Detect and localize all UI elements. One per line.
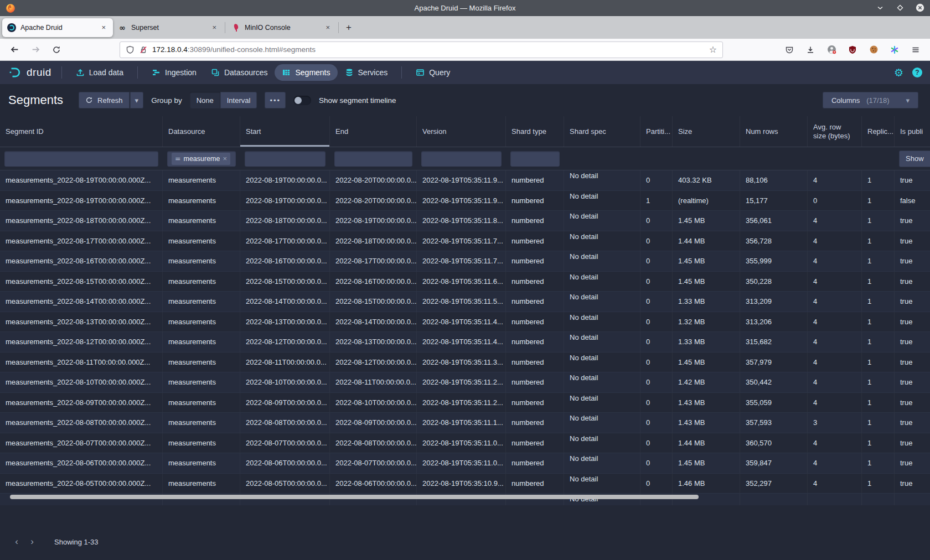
column-header-num_rows[interactable]: Num rows <box>740 116 808 147</box>
datasource-filter-tag[interactable]: =measureme× <box>172 153 230 165</box>
columns-button[interactable]: Columns (17/18) ▾ <box>823 92 918 108</box>
table-row[interactable]: measurements_2022-08-19T00:00:00.000Z...… <box>0 170 930 191</box>
cell-partition: 0 <box>640 272 673 292</box>
browser-tab[interactable]: ∞Superset× <box>113 18 224 37</box>
cell-num_rows: 359,847 <box>740 453 808 473</box>
cell-version: 2022-08-19T05:35:11.7... <box>417 231 506 251</box>
horizontal-scrollbar[interactable] <box>10 495 699 499</box>
asterisk-extension-icon[interactable] <box>886 42 903 58</box>
filter-input-datasource[interactable]: =measureme× <box>167 151 236 167</box>
table-row[interactable]: measurements_2022-08-07T00:00:00.000Z...… <box>0 433 930 454</box>
filter-input-version[interactable] <box>421 151 502 167</box>
column-header-partition[interactable]: Partiti... <box>640 116 673 147</box>
table-row[interactable]: measurements_2022-08-10T00:00:00.000Z...… <box>0 372 930 393</box>
close-tab-icon[interactable]: × <box>323 22 332 33</box>
cell-shard_spec: No detail <box>564 170 640 190</box>
table-row[interactable]: measurements_2022-08-17T00:00:00.000Z...… <box>0 231 930 252</box>
column-header-shard_spec[interactable]: Shard spec <box>564 116 640 147</box>
segment-timeline-toggle[interactable] <box>293 96 311 105</box>
previous-page-button[interactable]: ‹ <box>9 534 24 549</box>
nav-item-datasources[interactable]: Datasources <box>204 64 275 81</box>
group-by-interval-button[interactable]: Interval <box>220 92 257 108</box>
nav-item-load-data[interactable]: Load data <box>69 64 131 81</box>
help-icon[interactable]: ? <box>912 68 922 77</box>
table-row[interactable]: measurements_2022-08-18T00:00:00.000Z...… <box>0 211 930 231</box>
column-header-size[interactable]: Size <box>673 116 740 147</box>
column-header-version[interactable]: Version <box>417 116 506 147</box>
filter-input-start[interactable] <box>245 151 326 167</box>
column-header-id[interactable]: Segment ID <box>0 116 163 147</box>
table-row[interactable]: measurements_2022-08-08T00:00:00.000Z...… <box>0 413 930 433</box>
filter-input-shard_type[interactable] <box>510 151 560 167</box>
refresh-button[interactable]: Refresh <box>79 92 130 108</box>
downloads-icon[interactable] <box>802 42 819 58</box>
new-tab-button[interactable]: + <box>340 19 358 37</box>
nav-item-ingestion[interactable]: Ingestion <box>144 64 204 81</box>
back-button[interactable] <box>6 42 23 58</box>
browser-toolbar: 172.18.0.4:30899/unified-console.html#se… <box>0 39 930 61</box>
group-by-none-button[interactable]: None <box>190 92 220 108</box>
filter-input-end[interactable] <box>334 151 412 167</box>
table-row[interactable]: measurements_2022-08-12T00:00:00.000Z...… <box>0 332 930 352</box>
close-tab-icon[interactable]: × <box>99 22 108 33</box>
table-row[interactable]: measurements_2022-08-14T00:00:00.000Z...… <box>0 292 930 312</box>
cell-version: 2022-08-19T05:35:10.9... <box>417 474 506 494</box>
more-options-button[interactable]: ••• <box>265 92 286 108</box>
filter-input-id[interactable] <box>4 151 158 167</box>
table-row[interactable]: measurements_2022-08-11T00:00:00.000Z...… <box>0 352 930 373</box>
column-header-shard_type[interactable]: Shard type <box>506 116 564 147</box>
ublock-origin-icon[interactable] <box>844 42 861 58</box>
refresh-icon <box>85 96 93 104</box>
insecure-lock-icon[interactable] <box>139 45 148 54</box>
column-header-replicas[interactable]: Replic... <box>862 116 895 147</box>
table-row[interactable]: measurements_2022-08-19T00:00:00.000Z...… <box>0 191 930 211</box>
close-tab-icon[interactable]: × <box>210 22 219 33</box>
url-bar[interactable]: 172.18.0.4:30899/unified-console.html#se… <box>120 42 723 58</box>
refresh-dropdown-button[interactable]: ▾ <box>130 92 144 108</box>
column-header-avg_row_size[interactable]: Avg. row size (bytes) <box>808 116 862 147</box>
remove-filter-icon[interactable]: × <box>223 154 227 163</box>
column-header-datasource[interactable]: Datasource <box>163 116 240 147</box>
cell-size: (realtime) <box>673 191 740 211</box>
columns-count: (17/18) <box>866 96 889 105</box>
cell-replicas: 1 <box>862 231 895 251</box>
minimize-button[interactable] <box>876 3 885 12</box>
nav-item-segments[interactable]: Segments <box>275 64 337 81</box>
table-row[interactable]: measurements_2022-08-09T00:00:00.000Z...… <box>0 393 930 413</box>
cookie-extension-icon[interactable] <box>865 42 882 58</box>
column-header-end[interactable]: End <box>330 116 417 147</box>
reload-button[interactable] <box>48 42 65 58</box>
next-page-button[interactable]: › <box>24 534 40 549</box>
table-row[interactable]: measurements_2022-08-15T00:00:00.000Z...… <box>0 272 930 292</box>
table-row[interactable]: measurements_2022-08-16T00:00:00.000Z...… <box>0 251 930 272</box>
browser-tab[interactable]: MinIO Console× <box>226 18 337 37</box>
tab-title: Superset <box>131 24 210 32</box>
column-header-is_published[interactable]: Is publi <box>895 116 930 147</box>
cell-version: 2022-08-19T05:35:11.3... <box>417 352 506 372</box>
url-text[interactable]: 172.18.0.4:30899/unified-console.html#se… <box>152 45 705 54</box>
cell-id: measurements_2022-08-16T00:00:00.000Z... <box>0 251 163 271</box>
browser-tab[interactable]: Apache Druid× <box>2 18 113 37</box>
cell-replicas: 1 <box>862 433 895 453</box>
account-extension-icon[interactable] <box>823 42 840 58</box>
table-row[interactable]: measurements_2022-08-06T00:00:00.000Z...… <box>0 453 930 474</box>
nav-divider <box>401 66 402 79</box>
show-filter-button[interactable]: Show <box>899 151 930 167</box>
menu-hamburger-icon[interactable] <box>907 42 924 58</box>
tracking-shield-icon[interactable] <box>126 45 135 54</box>
settings-gear-icon[interactable]: ⚙ <box>894 68 903 78</box>
segments-icon <box>282 68 291 77</box>
table-row[interactable]: measurements_2022-08-13T00:00:00.000Z...… <box>0 312 930 333</box>
table-row[interactable]: measurements_2022-08-05T00:00:00.000Z...… <box>0 474 930 494</box>
nav-item-services[interactable]: Services <box>338 64 395 81</box>
pocket-icon[interactable] <box>781 42 798 58</box>
column-header-start[interactable]: Start <box>240 116 330 147</box>
bookmark-star-icon[interactable]: ☆ <box>709 44 717 55</box>
cell-is_published: true <box>895 231 930 251</box>
druid-logo[interactable]: druid <box>8 65 51 80</box>
forward-button[interactable] <box>27 42 44 58</box>
nav-item-query[interactable]: Query <box>409 64 457 81</box>
cell-start: 2022-08-06T00:00:00.0... <box>240 453 330 473</box>
close-window-button[interactable] <box>916 3 924 12</box>
maximize-button[interactable] <box>896 3 905 12</box>
